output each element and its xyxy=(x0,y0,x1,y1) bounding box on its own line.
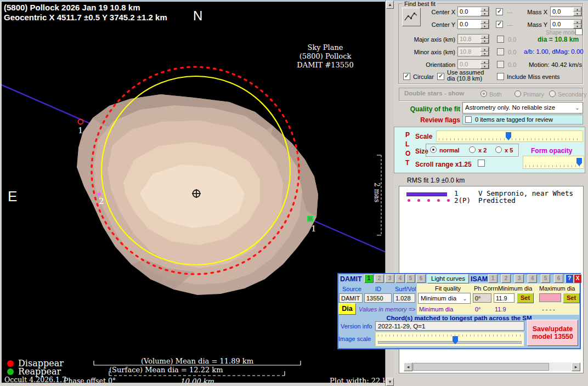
double-primary-label: Primary xyxy=(523,91,544,98)
size-normal-label: normal xyxy=(439,147,460,154)
min-dia-header: Minimum dia xyxy=(498,285,532,292)
assumed-dia-label: Use assumed dia (10.8 km) xyxy=(447,70,484,82)
scale-slider[interactable] xyxy=(436,130,583,142)
find-best-fit-title: Find best fit xyxy=(403,1,437,7)
chord-label-start: 1 xyxy=(78,126,83,135)
form-opacity-ticks xyxy=(525,165,581,167)
assumed-dia-checkbox[interactable] xyxy=(437,73,444,80)
legend-h-scrollbar[interactable]: ◂ ▸ xyxy=(404,362,580,371)
fit-quality-value: Minimum dia xyxy=(421,295,456,302)
max-dia-input[interactable] xyxy=(539,293,561,302)
isam-tab-3[interactable]: 3 xyxy=(514,274,524,283)
center-y-checkbox[interactable] xyxy=(496,21,503,28)
center-x-checkbox[interactable] xyxy=(496,8,503,15)
isam-tab-1[interactable]: 1 xyxy=(488,274,497,283)
double-both-radio xyxy=(480,90,487,97)
circular-label: Circular xyxy=(413,73,434,80)
plot-title-line2: Geocentric X 4511.7 ±0.5 Y 3745.2 ±1.2 k… xyxy=(4,13,167,22)
double-stars-title: Double stars - show xyxy=(404,90,464,96)
double-primary-radio xyxy=(514,90,521,97)
fit-quality-dropdown[interactable]: Minimum dia ⌄ xyxy=(418,293,471,304)
mass-x-value: 0.0 xyxy=(552,8,561,15)
review-flags-checkbox[interactable] xyxy=(465,116,472,123)
scroll-down-icon[interactable]: ▼ xyxy=(386,378,394,386)
surface-dia-label: (Surface) Mean dia = 12.22 km xyxy=(109,366,219,374)
fit-chart-button[interactable] xyxy=(402,8,421,26)
chevron-down-icon[interactable]: ⌄ xyxy=(461,294,469,302)
light-curves-button[interactable]: Light curves xyxy=(427,274,469,283)
occult-window: 1 1 ✱ 2 xyxy=(0,0,588,386)
close-button[interactable]: X xyxy=(574,274,581,283)
memory-max-value: - - - - xyxy=(542,306,555,313)
isam-tab-2[interactable]: 2 xyxy=(501,274,511,283)
center-y-flag: --- xyxy=(507,21,513,28)
save-line1: Save/update xyxy=(528,325,578,333)
size-x2-radio[interactable] xyxy=(469,146,476,153)
isam-tab-5[interactable]: 5 xyxy=(541,274,550,283)
minor-axis-input: 10.8 ▲▼ xyxy=(457,47,489,56)
damit-tab-6[interactable]: 6 xyxy=(416,274,426,283)
quality-label: Quality of the fit xyxy=(399,105,460,113)
image-scale-slider[interactable] xyxy=(375,332,524,347)
dia-note: dia = 10.8 km xyxy=(538,36,579,43)
shape-model-checkbox[interactable] xyxy=(575,29,583,35)
review-flags-text: 0 items are tagged for review xyxy=(475,116,553,123)
mass-y-input[interactable]: 0.0 ▲▼ xyxy=(550,19,582,29)
reappear-dot-icon xyxy=(7,368,14,375)
center-x-spin-icon[interactable]: ▲▼ xyxy=(480,7,489,16)
plot-letter-l: L xyxy=(405,140,409,148)
chord-label-end: 1 xyxy=(311,224,316,234)
mass-x-spin-icon[interactable]: ▲▼ xyxy=(573,7,581,16)
damit-tab-1[interactable]: 1 xyxy=(364,274,374,283)
size-x5-radio[interactable] xyxy=(495,146,502,153)
help-button[interactable]: ? xyxy=(566,274,573,283)
size-x5-label: x 5 xyxy=(505,147,513,154)
sky-plane-plot: 1 1 ✱ 2 xyxy=(2,2,385,383)
quality-dropdown[interactable]: Astrometry only. No reliable size ⌄ xyxy=(462,102,583,113)
minor-axis-spin-icon: ▲▼ xyxy=(480,47,489,56)
min-dia-input[interactable]: 11.9 xyxy=(494,293,514,303)
version-info-label: Version info xyxy=(341,323,372,330)
memory-fit-value: Minimum dia xyxy=(419,306,453,313)
miss-events-checkbox[interactable] xyxy=(497,73,504,80)
dia-button[interactable]: Dia xyxy=(338,303,356,315)
image-scale-ticks xyxy=(378,334,522,337)
disappear-dot-icon xyxy=(7,360,14,367)
damit-tab-2[interactable]: 2 xyxy=(375,274,384,283)
damit-tab-3[interactable]: 3 xyxy=(385,274,394,283)
center-y-spin-icon[interactable]: ▲▼ xyxy=(480,20,489,29)
mass-y-spin-icon[interactable]: ▲▼ xyxy=(573,20,581,29)
circular-checkbox[interactable] xyxy=(403,73,410,80)
scroll-left-icon[interactable]: ◂ xyxy=(404,362,412,371)
major-axis-label: Major axis (km) xyxy=(407,36,455,43)
scroll-range-checkbox[interactable] xyxy=(478,160,485,167)
scroll-right-icon[interactable]: ▸ xyxy=(572,362,580,371)
damit-tab-5[interactable]: 5 xyxy=(406,274,415,283)
miss-events-label: Include Miss events xyxy=(507,73,560,80)
mass-x-input[interactable]: 0.0 ▲▼ xyxy=(550,7,582,16)
surfvol-value: 1.028 xyxy=(393,293,415,303)
save-update-button[interactable]: Save/update model 13550 xyxy=(527,320,578,346)
volume-dia-label: (Volume) Mean dia = 11.89 km xyxy=(94,357,301,365)
double-both-label: Both xyxy=(489,91,502,98)
ph-corrn-value[interactable]: 0° xyxy=(473,293,491,303)
annotation-damit: DAMIT #13550 xyxy=(276,61,375,69)
source-header: Source xyxy=(342,286,361,292)
scroll-up-icon[interactable]: ▲ xyxy=(386,1,394,9)
legend-scroll-thumb[interactable] xyxy=(413,363,549,371)
annotation-skyplane: Sky Plane xyxy=(276,43,375,52)
center-y-input[interactable]: 0.0 ▲▼ xyxy=(457,19,489,29)
isam-tab-4[interactable]: 4 xyxy=(528,274,537,283)
scalebar-label: 10.00 km xyxy=(166,377,228,383)
review-flags-box: 0 items are tagged for review xyxy=(462,115,583,124)
version-info-input[interactable]: 2022-11-29, Q=1 xyxy=(375,321,524,331)
isam-tab-6[interactable]: 6 xyxy=(554,274,563,283)
size-normal-radio[interactable] xyxy=(430,146,437,153)
chevron-down-icon[interactable]: ⌄ xyxy=(573,104,581,112)
form-opacity-slider[interactable] xyxy=(523,156,584,169)
set-max-button[interactable]: Set xyxy=(563,293,580,303)
set-min-button[interactable]: Set xyxy=(517,293,534,303)
ab-note: a/b: 1.00, dMag: 0.00 xyxy=(524,48,584,55)
damit-tab-4[interactable]: 4 xyxy=(395,274,405,283)
center-x-input[interactable]: 0.0 ▲▼ xyxy=(457,7,489,16)
